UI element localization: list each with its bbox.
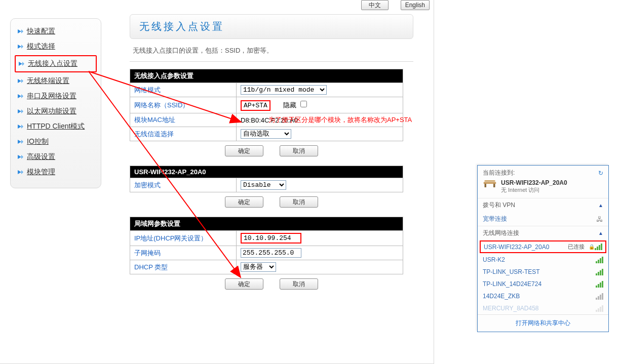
lang-cn-button[interactable]: 中文 (361, 0, 389, 10)
table-header: USR-WIFI232-AP_20A0 (130, 166, 403, 178)
ok-button[interactable]: 确定 (225, 278, 263, 290)
wifi-section-dial[interactable]: 拨号和 VPN ▲ (478, 198, 608, 212)
wifi-network-item[interactable]: USR-K2 (478, 254, 608, 266)
signal-icon (596, 305, 603, 312)
wifi-current-sub: 无 Internet 访问 (501, 186, 567, 194)
dhcp-cell: 服务器 (237, 260, 403, 274)
enc-cell: Disable (237, 178, 403, 192)
arrow-icon (17, 123, 24, 130)
table-header: 无线接入点参数设置 (130, 69, 403, 83)
sidebar-item-3[interactable]: 无线终端设置 (15, 73, 97, 89)
sidebar-item-8[interactable]: 高级设置 (15, 149, 97, 165)
wifi-network-name: USR-WIFI232-AP_20A0 (484, 244, 549, 251)
page-title: 无线接入点设置 (139, 20, 404, 33)
mask-label: 子网掩码 (130, 246, 237, 260)
sidebar-item-5[interactable]: 以太网功能设置 (15, 104, 97, 119)
page-title-box: 无线接入点设置 (130, 14, 413, 39)
wifi-network-name: MERCURY_8AD458 (483, 305, 539, 312)
svg-rect-5 (485, 180, 495, 182)
wifi-section-wlan[interactable]: 无线网络连接 ▲ (478, 226, 608, 240)
wifi-network-item[interactable]: MERCURY_8AD458 (478, 302, 608, 314)
main-frame: 中文 English 快速配置模式选择无线接入点设置无线终端设置串口及网络设置以… (0, 0, 434, 364)
buttons-3: 确定 取消 (130, 278, 413, 290)
enc-label: 加密模式 (130, 178, 237, 192)
ip-input[interactable]: 10.10.99.254 (241, 233, 301, 244)
cancel-button[interactable]: 取消 (280, 196, 318, 208)
wifi-refresh-icon[interactable]: ↻ (598, 170, 603, 177)
dhcp-select[interactable]: 服务器 (241, 262, 276, 272)
sidebar-item-2[interactable]: 无线接入点设置 (15, 55, 97, 72)
table-header: 局域网参数设置 (130, 217, 403, 231)
enc-select[interactable]: Disable (241, 180, 286, 190)
mode-select[interactable]: 11b/g/n mixed mode (241, 85, 327, 95)
sidebar-item-7[interactable]: IO控制 (15, 134, 97, 149)
wifi-network-item[interactable]: 14D24E_ZKB (478, 290, 608, 302)
wifi-network-list: USR-WIFI232-AP_20A0已连接🔒USR-K2TP-LINK_USR… (478, 240, 608, 314)
channel-label: 无线信道选择 (130, 127, 237, 141)
wifi-network-name: USR-K2 (483, 256, 505, 263)
ssid-input[interactable]: AP+STA (241, 100, 270, 111)
channel-select[interactable]: 自动选取 (241, 129, 291, 139)
signal-icon (596, 293, 603, 300)
wifi-network-name: TP-LINK_14D24E724 (483, 280, 541, 288)
broadband-item[interactable]: 宽带连接 🖧 (478, 212, 608, 226)
mask-input[interactable] (241, 248, 301, 258)
sidebar-item-label: 无线终端设置 (27, 76, 69, 86)
sidebar-item-0[interactable]: 快速配置 (15, 24, 97, 39)
wifi-header: 当前连接到: ↻ (478, 166, 608, 178)
modem-icon: 🖧 (596, 215, 603, 223)
sidebar-item-label: IO控制 (27, 137, 49, 146)
ip-label: IP地址(DHCP网关设置） (130, 231, 237, 246)
lock-icon: 🔒 (589, 244, 595, 250)
arrow-icon (17, 138, 24, 145)
wifi-network-item[interactable]: USR-WIFI232-AP_20A0已连接🔒 (480, 240, 606, 253)
svg-rect-2 (484, 182, 496, 184)
open-network-center-link[interactable]: 打开网络和共享中心 (516, 319, 570, 327)
ip-cell: 10.10.99.254 (237, 231, 403, 246)
lan-table: 局域网参数设置 IP地址(DHCP网关设置） 10.10.99.254 子网掩码… (130, 217, 403, 274)
wifi-current-name: USR-WIFI232-AP_20A0 (501, 179, 567, 186)
sidebar-item-label: HTTPD Client模式 (27, 122, 85, 131)
chevron-up-icon: ▲ (598, 203, 603, 208)
wifi-section-dial-label: 拨号和 VPN (483, 201, 515, 210)
language-bar: 中文 English (0, 0, 434, 11)
buttons-2: 确定 取消 (130, 196, 413, 208)
arrow-icon (17, 153, 24, 160)
signal-icon (595, 244, 602, 250)
arrow-icon (17, 93, 24, 100)
sidebar-item-label: 以太网功能设置 (27, 107, 76, 116)
hide-label: 隐藏 (283, 101, 296, 109)
encryption-table: USR-WIFI232-AP_20A0 加密模式 Disable (130, 166, 403, 192)
connected-label: 已连接 (568, 243, 585, 251)
wifi-network-item[interactable]: TP-LINK_USR-TEST (478, 266, 608, 278)
wifi-popup: 当前连接到: ↻ USR-WIFI232-AP_20A0 无 Internet … (477, 165, 609, 332)
wifi-current-block[interactable]: USR-WIFI232-AP_20A0 无 Internet 访问 (478, 178, 608, 198)
sidebar-item-6[interactable]: HTTPD Client模式 (15, 119, 97, 134)
cancel-button[interactable]: 取消 (280, 145, 318, 156)
lang-en-button[interactable]: English (401, 0, 430, 10)
ok-button[interactable]: 确定 (225, 145, 263, 156)
svg-rect-4 (493, 184, 495, 187)
sidebar-item-label: 串口及网络设置 (27, 92, 76, 101)
sidebar-item-1[interactable]: 模式选择 (15, 39, 97, 54)
sidebar: 快速配置模式选择无线接入点设置无线终端设置串口及网络设置以太网功能设置HTTPD… (10, 18, 101, 188)
ok-button[interactable]: 确定 (225, 196, 263, 208)
sidebar-item-4[interactable]: 串口及网络设置 (15, 89, 97, 104)
page-description: 无线接入点接口的设置，包括：SSID，加密等。 (133, 46, 410, 55)
buttons-1: 确定 取消 (130, 145, 413, 156)
wifi-section-wlan-label: 无线网络连接 (483, 229, 519, 237)
annotation-text: 为了便于区分是哪个模块，故将名称改为AP+STA (268, 115, 412, 125)
mac-label: 模块MAC地址 (130, 113, 237, 127)
separator (130, 61, 413, 62)
sidebar-item-9[interactable]: 模块管理 (15, 165, 97, 180)
wifi-network-name: TP-LINK_USR-TEST (483, 268, 540, 275)
hide-checkbox[interactable] (300, 101, 307, 107)
arrow-icon (17, 108, 24, 115)
broadband-label: 宽带连接 (483, 215, 507, 223)
cancel-button[interactable]: 取消 (280, 278, 318, 290)
main-panel: 无线接入点设置 无线接入点接口的设置，包括：SSID，加密等。 无线接入点参数设… (130, 14, 413, 299)
channel-cell: 自动选取 (237, 127, 403, 141)
mask-cell (237, 246, 403, 260)
svg-rect-3 (485, 184, 487, 187)
wifi-network-item[interactable]: TP-LINK_14D24E724 (478, 278, 608, 290)
